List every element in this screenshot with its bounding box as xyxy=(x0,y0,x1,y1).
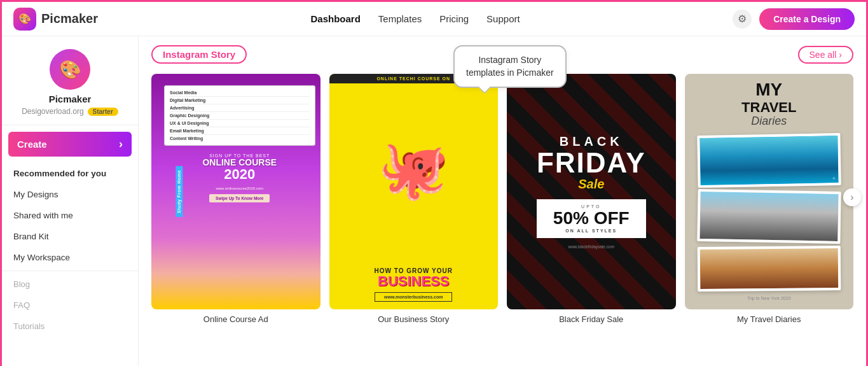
app-name: Picmaker xyxy=(41,11,98,26)
template-card-business-story[interactable]: Online Techi Course On 🐙 How To Grow You… xyxy=(329,74,499,324)
sidebar-item-recommended[interactable]: Recommended for you xyxy=(2,163,138,184)
nav-support[interactable]: Support xyxy=(486,13,520,24)
template-label-online-course: Online Course Ad xyxy=(203,314,268,324)
nav-dashboard[interactable]: Dashboard xyxy=(311,13,361,24)
sidebar-item-tutorials[interactable]: Tutorials xyxy=(2,316,138,337)
sidebar-create-button[interactable]: Create › xyxy=(8,132,132,157)
user-info-row: Desigoverload.org Starter xyxy=(8,107,132,116)
sidebar-item-shared[interactable]: Shared with me xyxy=(2,205,138,226)
template-image-black-friday: BLACK FRIDAY Sale Upto 50% OFF On All St… xyxy=(507,74,676,309)
logo-icon: 🎨 xyxy=(13,8,36,31)
template-label-black-friday: Black Friday Sale xyxy=(559,314,623,324)
main-layout: 🎨 Picmaker Desigoverload.org Starter Cre… xyxy=(2,36,866,366)
template-label-travel-diaries: My Travel Diaries xyxy=(737,314,801,324)
speech-bubble-wrapper: Instagram Storytemplates in Picmaker xyxy=(453,45,567,88)
header: 🎨 Picmaker Dashboard Templates Pricing S… xyxy=(2,2,866,36)
template-image-online-course: Study From Home Social Media Digital Mar… xyxy=(151,74,320,309)
templates-grid: Study From Home Social Media Digital Mar… xyxy=(151,74,853,324)
create-design-button[interactable]: Create a Design xyxy=(759,8,855,30)
template-card-online-course[interactable]: Study From Home Social Media Digital Mar… xyxy=(151,74,320,324)
card1-list-box: Social Media Digital Marketing Advertisi… xyxy=(164,85,315,146)
carousel-next-arrow[interactable]: › xyxy=(843,188,861,206)
card4-title: MY TRAVEL Diaries xyxy=(741,80,796,128)
sidebar-item-brand-kit[interactable]: Brand Kit xyxy=(2,226,138,247)
nav-pricing[interactable]: Pricing xyxy=(439,13,469,24)
sidebar-item-workspace[interactable]: My Workspace xyxy=(2,247,138,268)
card2-headline: How To Grow Your BUSINESS xyxy=(375,267,453,288)
header-nav: Dashboard Templates Pricing Support xyxy=(311,13,520,24)
sidebar-user: 🎨 Picmaker Desigoverload.org Starter xyxy=(2,45,138,125)
nav-templates[interactable]: Templates xyxy=(378,13,422,24)
sidebar: 🎨 Picmaker Desigoverload.org Starter Cre… xyxy=(2,36,139,366)
create-btn-label: Create xyxy=(17,139,47,150)
see-all-button[interactable]: See all › xyxy=(798,46,853,64)
card1-side-text: Study From Home xyxy=(176,166,183,217)
user-badge: Starter xyxy=(88,108,118,116)
sidebar-item-my-designs[interactable]: My Designs xyxy=(2,184,138,205)
chevron-right-icon: › xyxy=(119,137,123,151)
sidebar-nav: Recommended for you My Designs Shared wi… xyxy=(2,163,138,337)
content: Instagram Story See all › Instagram Stor… xyxy=(139,36,866,366)
user-domain: Desigoverload.org xyxy=(22,107,83,116)
card3-content: BLACK FRIDAY Sale Upto 50% OFF On All St… xyxy=(537,134,646,249)
user-name: Picmaker xyxy=(8,94,132,104)
sidebar-item-blog[interactable]: Blog xyxy=(2,274,138,295)
template-image-business-story: Online Techi Course On 🐙 How To Grow You… xyxy=(329,74,499,309)
speech-bubble: Instagram Storytemplates in Picmaker xyxy=(453,45,567,88)
section-badge: Instagram Story xyxy=(151,45,247,64)
logo-area: 🎨 Picmaker xyxy=(13,8,98,31)
template-card-travel-diaries[interactable]: MY TRAVEL Diaries ✈ Trip to New York 2 xyxy=(685,74,854,324)
avatar: 🎨 xyxy=(50,49,90,90)
sidebar-item-faq[interactable]: FAQ xyxy=(2,295,138,316)
template-card-black-friday[interactable]: BLACK FRIDAY Sale Upto 50% OFF On All St… xyxy=(507,74,676,324)
chevron-right-icon: › xyxy=(839,50,842,60)
template-image-travel-diaries: MY TRAVEL Diaries ✈ Trip to New York 2 xyxy=(685,74,854,309)
template-label-business-story: Our Business Story xyxy=(378,314,449,324)
header-right: ⚙ Create a Design xyxy=(733,8,855,30)
card1-main-text: Sign Up to the Best ONLINE COURSE 2020 xyxy=(164,153,315,181)
settings-icon[interactable]: ⚙ xyxy=(733,10,752,29)
